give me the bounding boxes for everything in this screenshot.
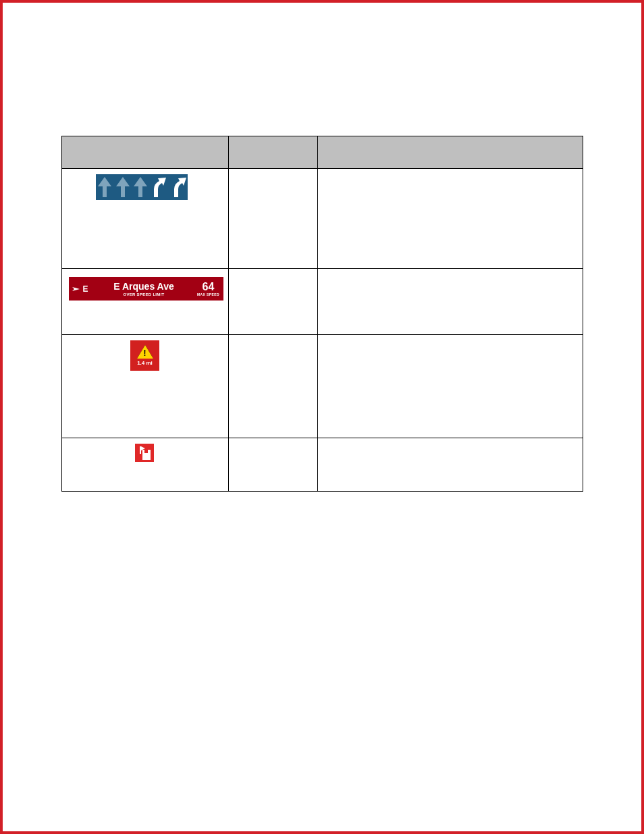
lane-straight-icon: [114, 177, 130, 197]
desc-cell: [318, 335, 583, 438]
table-row: [62, 169, 583, 269]
exclamation-icon: !: [143, 349, 147, 357]
desc-cell: [318, 169, 583, 269]
compass-arrow-icon: [72, 286, 80, 292]
speed-center: E Arques Ave OVER SPEED LIMIT: [92, 282, 196, 296]
icon-cell: E E Arques Ave OVER SPEED LIMIT 64 MAX S…: [62, 269, 229, 335]
header-cell-icon: [62, 136, 229, 169]
compass-indicator: E: [69, 284, 92, 294]
legend-table: E E Arques Ave OVER SPEED LIMIT 64 MAX S…: [61, 136, 583, 492]
speed-right: 64 MAX SPEED: [196, 282, 223, 296]
name-cell: [229, 269, 318, 335]
icon-cell: ! 1.4 mi: [62, 335, 229, 438]
desc-cell: [318, 438, 583, 492]
header-cell-name: [229, 136, 318, 169]
table-row: [62, 438, 583, 492]
table-row: E E Arques Ave OVER SPEED LIMIT 64 MAX S…: [62, 269, 583, 335]
name-cell: [229, 335, 318, 438]
name-cell: [229, 169, 318, 269]
lane-straight-icon: [96, 177, 111, 197]
lane-right-icon: [170, 177, 188, 197]
traffic-warning-icon: ! 1.4 mi: [130, 340, 159, 371]
lane-straight-icon: [132, 177, 147, 197]
warning-triangle-icon: !: [137, 345, 153, 359]
warning-distance: 1.4 mi: [137, 360, 153, 366]
flag-marker-icon: [135, 444, 154, 462]
table-header-row: [62, 136, 583, 169]
over-speed-label: OVER SPEED LIMIT: [92, 292, 196, 296]
lane-right-icon: [150, 177, 167, 197]
speed-limit-bar-icon: E E Arques Ave OVER SPEED LIMIT 64 MAX S…: [69, 277, 223, 301]
table-row: ! 1.4 mi: [62, 335, 583, 438]
icon-cell: [62, 438, 229, 492]
speed-value: 64: [196, 282, 221, 292]
icon-cell: [62, 169, 229, 269]
road-name: E Arques Ave: [92, 282, 196, 291]
name-cell: [229, 438, 318, 492]
header-cell-desc: [318, 136, 583, 169]
max-speed-label: MAX SPEED: [196, 293, 221, 296]
lane-guidance-icon: [96, 174, 188, 200]
page-frame: E E Arques Ave OVER SPEED LIMIT 64 MAX S…: [0, 0, 644, 834]
desc-cell: [318, 269, 583, 335]
compass-dir: E: [82, 284, 88, 294]
